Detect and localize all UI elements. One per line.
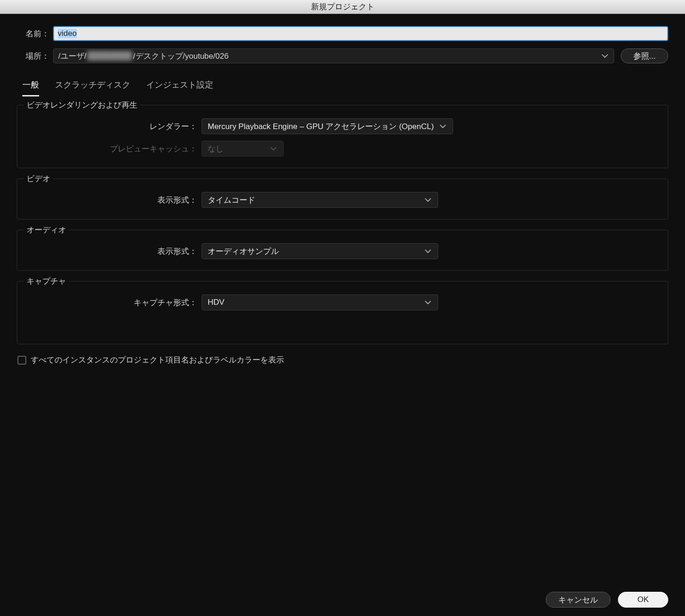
chevron-down-icon — [270, 147, 277, 151]
capture-format-label: キャプチャ形式： — [26, 297, 202, 308]
group-capture-title: キャプチャ — [24, 276, 69, 287]
browse-button[interactable]: 参照... — [621, 48, 668, 63]
chevron-down-icon — [425, 198, 431, 202]
capture-format-dropdown[interactable]: HDV — [202, 294, 438, 310]
group-capture: キャプチャ キャプチャ形式： HDV — [17, 281, 668, 344]
audio-display-label: 表示形式： — [26, 246, 202, 257]
cancel-label: キャンセル — [558, 595, 598, 605]
tab-general[interactable]: 一般 — [22, 79, 39, 96]
renderer-label: レンダラー： — [26, 121, 202, 132]
preview-cache-dropdown: なし — [202, 141, 284, 157]
browse-label: 参照... — [633, 51, 656, 62]
group-audio: オーディオ 表示形式： オーディオサンプル — [17, 230, 668, 271]
group-audio-title: オーディオ — [24, 225, 69, 235]
group-video-title: ビデオ — [24, 173, 53, 184]
tab-ingest-settings[interactable]: インジェスト設定 — [146, 79, 213, 96]
chevron-down-icon — [440, 124, 446, 128]
show-labels-checkbox[interactable] — [18, 356, 26, 364]
renderer-value: Mercury Playback Engine – GPU アクセラレーション … — [208, 121, 434, 132]
group-rendering-title: ビデオレンダリングおよび再生 — [24, 100, 140, 110]
group-video: ビデオ 表示形式： タイムコード — [17, 178, 668, 219]
project-name-input[interactable] — [53, 26, 668, 41]
capture-format-value: HDV — [208, 298, 224, 307]
tab-scratch-disks[interactable]: スクラッチディスク — [55, 79, 130, 96]
ok-button[interactable]: OK — [618, 592, 668, 608]
chevron-down-icon — [425, 301, 431, 304]
location-path-redacted: ████████ — [87, 51, 132, 61]
preview-cache-value: なし — [208, 144, 224, 154]
location-path-pre: /ユーザ/ — [58, 51, 86, 62]
ok-label: OK — [638, 595, 649, 604]
video-display-label: 表示形式： — [26, 195, 202, 205]
video-display-dropdown[interactable]: タイムコード — [202, 192, 438, 208]
location-label: 場所： — [17, 51, 53, 62]
chevron-down-icon — [425, 249, 431, 253]
window-title: 新規プロジェクト — [311, 1, 374, 12]
renderer-dropdown[interactable]: Mercury Playback Engine – GPU アクセラレーション … — [202, 118, 453, 134]
video-display-value: タイムコード — [208, 195, 255, 205]
location-path-post: /デスクトップ/youtube/026 — [133, 51, 229, 62]
cancel-button[interactable]: キャンセル — [546, 592, 610, 608]
show-labels-checkbox-label: すべてのインスタンスのプロジェクト項目名およびラベルカラーを表示 — [31, 355, 284, 365]
name-label: 名前： — [17, 28, 53, 39]
chevron-down-icon — [602, 54, 608, 58]
tabs: 一般 スクラッチディスク インジェスト設定 — [17, 71, 668, 96]
audio-display-dropdown[interactable]: オーディオサンプル — [202, 243, 438, 259]
group-rendering: ビデオレンダリングおよび再生 レンダラー： Mercury Playback E… — [17, 105, 668, 168]
audio-display-value: オーディオサンプル — [208, 246, 279, 257]
location-dropdown[interactable]: /ユーザ/████████/デスクトップ/youtube/026 — [53, 48, 614, 63]
preview-cache-label: プレビューキャッシュ： — [26, 144, 202, 154]
window-titlebar: 新規プロジェクト — [0, 0, 685, 14]
